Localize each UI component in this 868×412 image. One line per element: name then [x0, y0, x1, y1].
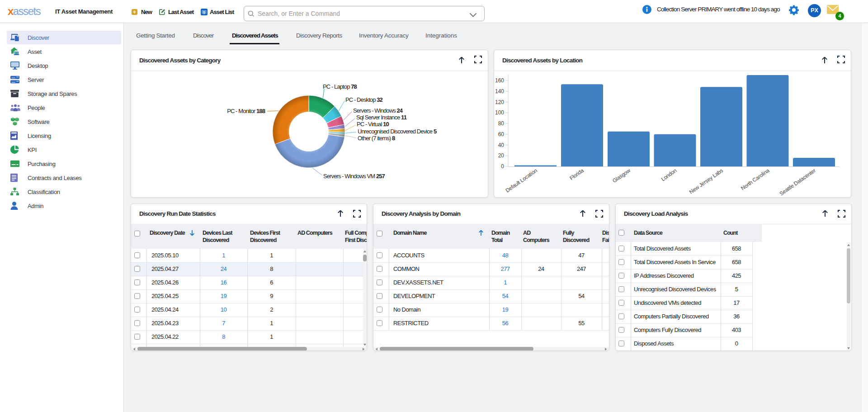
- svg-text:120: 120: [495, 99, 504, 105]
- svg-text:60: 60: [498, 131, 505, 137]
- svg-text:20: 20: [498, 152, 505, 159]
- svg-text:100: 100: [495, 109, 504, 116]
- svg-text:40: 40: [498, 142, 505, 148]
- svg-text:London: London: [660, 167, 678, 182]
- svg-text:Default Location: Default Location: [505, 167, 538, 194]
- svg-text:North Carolina: North Carolina: [740, 167, 770, 192]
- svg-text:Glasgow: Glasgow: [611, 167, 632, 184]
- svg-text:160: 160: [495, 77, 504, 84]
- svg-text:Seattle Datacenter: Seattle Datacenter: [778, 167, 817, 197]
- svg-text:80: 80: [498, 120, 505, 127]
- svg-text:140: 140: [495, 88, 504, 95]
- svg-text:New Jersey Labs: New Jersey Labs: [688, 167, 724, 195]
- svg-text:0: 0: [501, 163, 504, 170]
- svg-text:Florida: Florida: [568, 167, 585, 182]
